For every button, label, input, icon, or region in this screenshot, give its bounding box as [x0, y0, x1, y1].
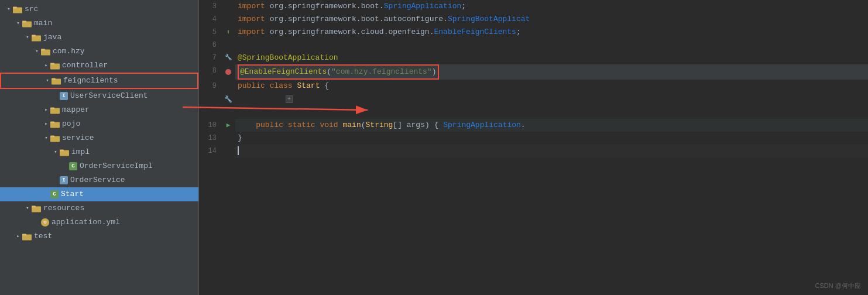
folder-icon-controller [50, 61, 60, 70]
user-service-client-label: UserServiceClient [70, 90, 148, 102]
gutter-8 [221, 64, 235, 80]
code-highlight-box-8: @EnableFeignClients("com.hzy.feignclient… [238, 64, 439, 80]
line-code-4: import org.springframework.boot.autoconf… [235, 13, 868, 26]
folder-icon-main [22, 19, 32, 28]
arrow-java [23, 33, 32, 42]
start-label: Start [61, 188, 84, 200]
order-service-label: OrderService [70, 174, 125, 186]
pojo-label: pojo [62, 118, 80, 130]
arrow-service [42, 134, 50, 142]
breakpoint-8 [225, 69, 231, 75]
svg-rect-1 [13, 7, 17, 9]
code-line-7: 7 🔧 @SpringBootApplication [199, 52, 868, 64]
class-icon-order-service-impl: C [69, 162, 77, 170]
line-number-7: 7 [199, 52, 221, 64]
order-service-impl-label: OrderServiceImpl [80, 160, 153, 172]
folder-icon-src [13, 5, 22, 13]
gutter-13 [221, 132, 235, 145]
code-line-8: 8 @EnableFeignClients("com.hzy.feignclie… [199, 64, 868, 80]
arrow-pojo [42, 120, 50, 128]
tree-item-order-service[interactable]: I OrderService [0, 173, 198, 187]
src-label: src [25, 4, 38, 15]
folder-icon-resources [32, 204, 41, 212]
arrow-com-hzy [33, 47, 41, 56]
line-number-9: 9 [199, 80, 221, 119]
main-label: main [34, 18, 52, 29]
svg-rect-9 [50, 63, 54, 65]
code-line-10: 10 ▶ public static void main(String[] ar… [199, 119, 868, 132]
arrow-main [14, 19, 22, 28]
code-line-5: 5 ⬆ import org.springframework.cloud.ope… [199, 26, 868, 39]
folder-icon-com-hzy [41, 47, 50, 56]
folder-icon-java [32, 33, 41, 42]
resources-label: resources [43, 203, 84, 214]
folder-icon-impl [60, 148, 69, 156]
tree-item-resources[interactable]: resources [0, 201, 198, 215]
svg-rect-15 [50, 122, 54, 124]
svg-rect-17 [50, 136, 54, 138]
interface-icon-order-service: I [60, 176, 68, 184]
yaml-icon: ⚙ [41, 218, 49, 227]
folder-icon-feignclients [52, 77, 61, 85]
impl-label: impl [71, 146, 90, 158]
controller-label: controller [62, 60, 108, 71]
line-number-4: 4 [199, 13, 221, 26]
tree-item-src[interactable]: src [0, 2, 198, 16]
line-number-14: 14 [199, 145, 221, 157]
line-number-13: 13 [199, 132, 221, 145]
gutter-3 [221, 0, 235, 13]
code-line-9: 9 🔧 public class Start { + [199, 80, 868, 119]
svg-rect-21 [32, 206, 36, 208]
line-code-5: import org.springframework.cloud.openfei… [235, 26, 868, 39]
svg-rect-3 [22, 21, 26, 23]
line-code-6 [235, 39, 868, 52]
expand-button-9[interactable]: + [286, 95, 293, 103]
code-line-3: 3 import org.springframework.boot.Spring… [199, 0, 868, 13]
tree-item-main[interactable]: main [0, 16, 198, 30]
feignclients-container: feignclients [0, 73, 198, 89]
tree-item-start[interactable]: C Start [0, 187, 198, 201]
line-code-8: @EnableFeignClients("com.hzy.feignclient… [235, 64, 868, 80]
svg-rect-23 [22, 234, 26, 236]
svg-rect-5 [32, 35, 36, 37]
gutter-5: ⬆ [221, 26, 235, 39]
tree-item-java[interactable]: java [0, 30, 198, 44]
tree-item-service[interactable]: service [0, 131, 198, 145]
arrow-src [5, 5, 13, 13]
arrow-test [14, 232, 22, 241]
arrow-controller [42, 61, 50, 70]
tree-item-mapper[interactable]: mapper [0, 103, 198, 117]
arrow-impl [52, 148, 60, 156]
gutter-14 [221, 145, 235, 157]
main-layout: src main java com [0, 0, 868, 295]
tree-item-user-service-client[interactable]: I UserServiceClient [0, 89, 198, 103]
line-code-10: public static void main(String[] args) {… [235, 119, 868, 132]
watermark: CSDN @何中应 [815, 282, 861, 290]
tree-item-application-yml[interactable]: ⚙ application.yml [0, 215, 198, 229]
gutter-10: ▶ [221, 119, 235, 132]
tree-item-test[interactable]: test [0, 229, 198, 243]
arrow-feignclients [43, 77, 52, 85]
gutter-6 [221, 39, 235, 52]
line-number-6: 6 [199, 39, 221, 52]
tree-item-pojo[interactable]: pojo [0, 117, 198, 131]
application-yml-label: application.yml [52, 217, 120, 228]
tree-item-impl[interactable]: impl [0, 145, 198, 159]
java-label: java [43, 32, 61, 43]
mapper-label: mapper [62, 104, 90, 116]
line-code-9: public class Start { + [235, 80, 868, 119]
code-content: 3 import org.springframework.boot.Spring… [199, 0, 868, 295]
line-number-10: 10 [199, 119, 221, 132]
svg-rect-11 [52, 78, 56, 80]
folder-icon-mapper [50, 106, 60, 114]
tree-item-controller[interactable]: controller [0, 59, 198, 73]
tree-item-feignclients[interactable]: feignclients [0, 73, 198, 89]
svg-rect-13 [50, 108, 54, 109]
line-code-13: } [235, 132, 868, 145]
tree-item-com-hzy[interactable]: com.hzy [0, 44, 198, 59]
line-number-3: 3 [199, 0, 221, 13]
gutter-9: 🔧 [221, 80, 235, 119]
tree-item-order-service-impl[interactable]: C OrderServiceImpl [0, 159, 198, 173]
interface-icon-user-service-client: I [60, 92, 68, 100]
line-number-8: 8 [199, 64, 221, 80]
